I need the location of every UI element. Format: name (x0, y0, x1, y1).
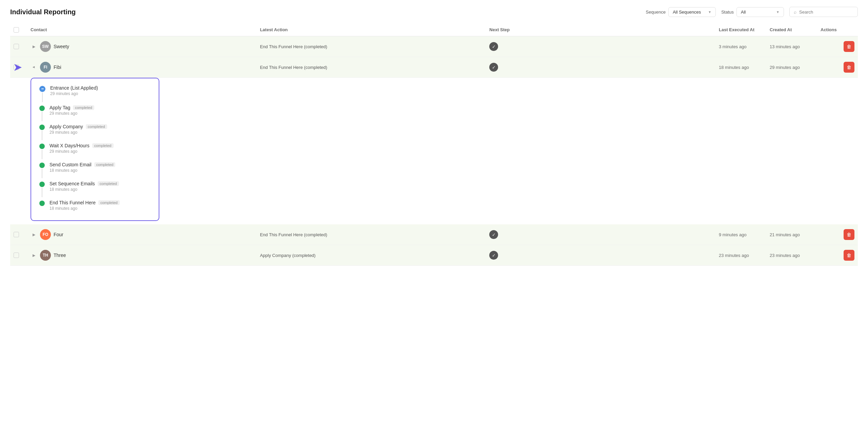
timeline-title-send-email: Send Custom Email completed (50, 162, 151, 167)
expand-btn-sweety[interactable]: ▶ (31, 43, 37, 50)
avatar-fibi: FI (40, 62, 51, 73)
created-three: 23 minutes ago (770, 253, 800, 258)
row-checkbox-four[interactable] (14, 232, 19, 237)
timeline-time-apply-tag: 29 minutes ago (50, 111, 151, 116)
timeline-connector-5 (42, 169, 42, 178)
expand-btn-three[interactable]: ▶ (31, 252, 37, 259)
last-exec-three: 23 minutes ago (719, 253, 749, 258)
cell-actions-fibi: 🗑 (817, 62, 858, 73)
cell-checkbox-three (10, 253, 27, 258)
select-all-checkbox[interactable] (14, 27, 19, 33)
timeline-badge-send-email: completed (94, 162, 116, 167)
timeline-dot-row-wait: Wait X Days/Hours completed 29 minutes a… (39, 143, 151, 161)
col-created-at: Created At (766, 27, 817, 33)
arrow-pointer: ➤ (14, 62, 21, 73)
cell-created-three: 23 minutes ago (766, 253, 817, 258)
row-wrapper-sweety: ▶ SW Sweety End This Funnel Here (comple… (10, 36, 858, 57)
delete-btn-sweety[interactable]: 🗑 (844, 41, 854, 52)
timeline-connector-2 (42, 112, 42, 121)
row-wrapper-fibi: ➤ ▼ FI Fibi End This Funnel Here (comple… (10, 57, 858, 221)
cell-action-four: End This Funnel Here (completed) (257, 232, 486, 237)
delete-btn-three[interactable]: 🗑 (844, 250, 854, 261)
expand-btn-four[interactable]: ▶ (31, 231, 37, 238)
sequence-select[interactable]: All Sequences ▼ (668, 7, 716, 17)
timeline-time-entrance: 29 minutes ago (50, 91, 151, 96)
delete-btn-fibi[interactable]: 🗑 (844, 62, 854, 73)
next-step-check-fibi: ✓ (489, 63, 498, 72)
cell-contact-four: ▶ FO Four (27, 229, 257, 240)
timeline-dot-row-apply-tag: Apply Tag completed 29 minutes ago (39, 105, 151, 123)
col-contact: Contact (27, 27, 257, 33)
page-header: Individual Reporting Sequence All Sequen… (10, 7, 858, 17)
status-select[interactable]: All ▼ (736, 7, 784, 17)
status-chevron-icon: ▼ (776, 10, 780, 14)
timeline-dot-wait (39, 144, 45, 149)
timeline-connector-6 (42, 188, 42, 197)
cell-lastexec-three: 23 minutes ago (715, 253, 766, 258)
table-row: ➤ ▼ FI Fibi End This Funnel Here (comple… (10, 57, 858, 78)
timeline-item-apply-company: Apply Company completed 29 minutes ago (39, 124, 151, 142)
timeline-title-text-apply-tag: Apply Tag (50, 105, 70, 110)
contact-name-sweety: Sweety (54, 44, 69, 49)
cell-nextstep-sweety: ✓ (486, 42, 715, 51)
timeline-time-send-email: 18 minutes ago (50, 168, 151, 173)
sequence-control: Sequence All Sequences ▼ (646, 7, 716, 17)
timeline-title-wait: Wait X Days/Hours completed (50, 143, 151, 148)
table-row: ▶ SW Sweety End This Funnel Here (comple… (10, 36, 858, 57)
avatar-four: FO (40, 229, 51, 240)
col-actions: Actions (817, 27, 858, 33)
row-checkbox-sweety[interactable] (14, 44, 19, 49)
table-row: ▶ FO Four End This Funnel Here (complete… (10, 224, 858, 245)
cell-checkbox-four (10, 232, 27, 237)
row-wrapper-three: ▶ TH Three Apply Company (completed) ✓ 2… (10, 245, 858, 266)
col-checkbox (10, 27, 27, 33)
sequence-label: Sequence (646, 10, 666, 15)
timeline-time-end-funnel: 18 minutes ago (50, 206, 151, 211)
timeline-badge-end-funnel: completed (98, 200, 120, 205)
cell-action-fibi: End This Funnel Here (completed) (257, 65, 486, 70)
timeline-content-wait: Wait X Days/Hours completed 29 minutes a… (50, 143, 151, 154)
cell-lastexec-sweety: 3 minutes ago (715, 44, 766, 49)
search-input[interactable] (799, 10, 853, 15)
page-container: Individual Reporting Sequence All Sequen… (0, 0, 868, 427)
next-step-check-three: ✓ (489, 251, 498, 260)
timeline-item-set-sequence: Set Sequence Emails completed 18 minutes… (39, 181, 151, 199)
cell-nextstep-fibi: ✓ (486, 63, 715, 72)
contact-name-fibi: Fibi (54, 64, 61, 70)
last-exec-fibi: 18 minutes ago (719, 65, 749, 70)
expand-btn-fibi[interactable]: ▼ (31, 64, 37, 71)
timeline-title-text-apply-company: Apply Company (50, 124, 83, 129)
row-checkbox-three[interactable] (14, 253, 19, 258)
search-box[interactable]: ⌕ (789, 7, 858, 17)
table-row: ▶ TH Three Apply Company (completed) ✓ 2… (10, 245, 858, 266)
row-wrapper-four: ▶ FO Four End This Funnel Here (complete… (10, 224, 858, 245)
latest-action-fibi: End This Funnel Here (completed) (260, 65, 327, 70)
last-exec-sweety: 3 minutes ago (719, 44, 747, 49)
timeline-badge-apply-tag: completed (73, 105, 94, 110)
timeline-dot-entrance: ••• (39, 86, 45, 92)
created-fibi: 29 minutes ago (770, 65, 800, 70)
timeline-title-text-entrance: Entrance (List Applied) (50, 85, 98, 91)
contact-name-four: Four (54, 232, 63, 237)
timeline-badge-set-sequence: completed (98, 181, 119, 186)
cell-lastexec-four: 9 minutes ago (715, 232, 766, 237)
timeline-content-send-email: Send Custom Email completed 18 minutes a… (50, 162, 151, 173)
data-table: Contact Latest Action Next Step Last Exe… (10, 24, 858, 266)
latest-action-sweety: End This Funnel Here (completed) (260, 44, 327, 49)
contact-name-three: Three (54, 253, 66, 258)
timeline-dot-row-entrance: ••• Entrance (List Applied) 29 minutes a… (39, 85, 151, 104)
cell-actions-four: 🗑 (817, 229, 858, 240)
purple-arrow-icon: ➤ (14, 62, 21, 73)
timeline-time-apply-company: 29 minutes ago (50, 130, 151, 135)
cell-actions-three: 🗑 (817, 250, 858, 261)
last-exec-four: 9 minutes ago (719, 232, 747, 237)
cell-contact-three: ▶ TH Three (27, 250, 257, 261)
next-step-check-sweety: ✓ (489, 42, 498, 51)
status-control: Status All ▼ (721, 7, 784, 17)
delete-btn-four[interactable]: 🗑 (844, 229, 854, 240)
timeline-title-text-wait: Wait X Days/Hours (50, 143, 90, 148)
timeline-content-set-sequence: Set Sequence Emails completed 18 minutes… (50, 181, 151, 192)
status-label: Status (721, 10, 734, 15)
timeline-title-end-funnel: End This Funnel Here completed (50, 200, 151, 205)
cell-action-three: Apply Company (completed) (257, 253, 486, 258)
